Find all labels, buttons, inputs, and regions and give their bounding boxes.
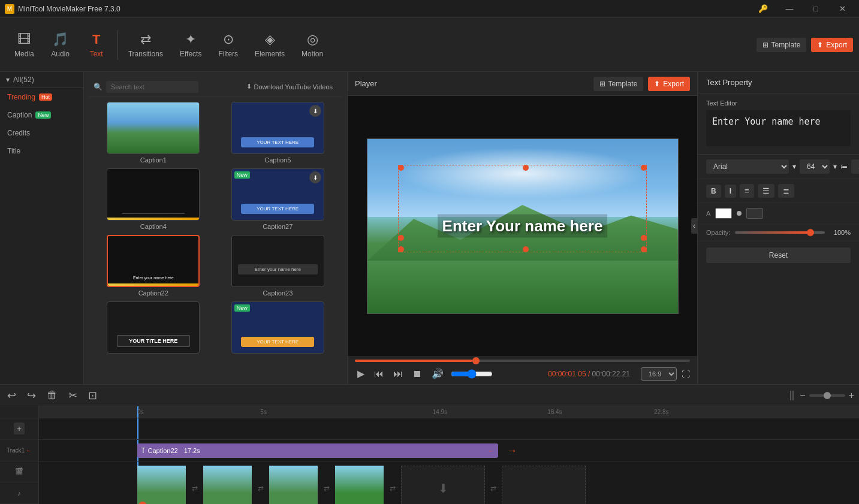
corner-handle-br[interactable] [641, 246, 647, 252]
zoom-minus-button[interactable]: − [800, 390, 805, 401]
crop-button[interactable]: ⊡ [86, 387, 100, 405]
transition-icon-5[interactable]: ⇄ [485, 466, 502, 504]
motion-icon: ◎ [307, 32, 318, 47]
video-clip-4[interactable] [335, 466, 384, 504]
toolbar-elements[interactable]: ◈ Elements [246, 23, 293, 67]
empty-slot-1[interactable]: ⬇ [401, 466, 485, 504]
aspect-ratio-select[interactable]: 16:9 9:16 4:3 1:1 [641, 367, 677, 381]
reset-button[interactable]: Reset [706, 248, 851, 263]
text-editor-input[interactable]: Enter Your name here [706, 110, 851, 146]
template-name-caption27: Caption27 [263, 223, 293, 230]
background-color-swatch[interactable] [746, 208, 763, 219]
color-row: A [698, 203, 859, 224]
corner-handle-bm[interactable] [523, 246, 529, 252]
template-card-caption27[interactable]: New YOUR TEXT HERE ⬇ Caption27 [218, 168, 338, 230]
maximize-button[interactable]: □ [804, 0, 828, 18]
templates-area: 🔍 ⬇ Download YouTube Videos Caption1 [84, 72, 347, 384]
bold-button[interactable]: B [706, 185, 721, 198]
video-clip-3[interactable] [269, 466, 318, 504]
skip-back-button[interactable]: ⏮ [372, 367, 386, 381]
corner-handle-ml[interactable] [398, 235, 404, 241]
download-icon: ⬇ [246, 83, 252, 90]
all-count-item[interactable]: ▾ All(52) [0, 72, 83, 88]
player-timeline-slider[interactable] [355, 360, 690, 362]
add-track-button[interactable]: + [14, 422, 25, 434]
volume-slider[interactable] [451, 369, 493, 379]
align-right-button[interactable]: ≣ [778, 184, 794, 198]
caption-label: Caption [7, 111, 32, 119]
align-left-button[interactable]: ≡ [740, 184, 754, 198]
caption-badge: New [35, 111, 51, 119]
text-property-title: Text Property [706, 78, 752, 87]
video-clip-1[interactable]: ✕ [137, 466, 186, 504]
template-card-lower2[interactable]: New YOUR TEXT HERE [218, 301, 338, 356]
empty-slot-2[interactable] [502, 466, 586, 504]
close-button[interactable]: ✕ [830, 0, 854, 18]
corner-handle-tm[interactable] [523, 165, 529, 171]
template-header-button[interactable]: ⊞ Template [593, 77, 644, 91]
template-card-lower1[interactable]: YOUR TITLE HERE [94, 301, 213, 356]
transition-icon-3[interactable]: ⇄ [318, 466, 335, 504]
stop-button[interactable]: ⏹ [410, 367, 424, 381]
toolbar-filters[interactable]: ⊙ Filters [210, 23, 246, 67]
caption-clip[interactable]: T Caption22 17.2s ← [137, 443, 498, 458]
list-type-select[interactable]: 1 • [851, 159, 859, 174]
italic-button[interactable]: I [725, 185, 736, 198]
toolbar-effects[interactable]: ✦ Effects [171, 23, 210, 67]
template-button[interactable]: ⊞ Template [756, 38, 807, 52]
corner-handle-mr[interactable] [641, 235, 647, 241]
volume-button[interactable]: 🔊 [429, 367, 446, 381]
track-label-audio: ♪ [0, 482, 38, 504]
toolbar-media[interactable]: 🎞 Media [6, 23, 43, 67]
player-timeline-thumb[interactable] [472, 357, 480, 364]
text-color-swatch[interactable] [715, 208, 732, 219]
minimize-button[interactable]: — [777, 0, 801, 18]
play-button[interactable]: ▶ [355, 367, 367, 381]
template-card-caption22[interactable]: Enter your name here Caption22 [94, 235, 213, 297]
undo-button[interactable]: ↩ [5, 387, 19, 405]
redo-button[interactable]: ↪ [25, 387, 38, 405]
corner-handle-bl[interactable] [398, 246, 404, 252]
font-family-select[interactable]: Arial Times New Roman Helvetica [706, 159, 789, 174]
toolbar-transitions[interactable]: ⇄ Transitions [120, 23, 171, 67]
template-card-caption4[interactable]: ——————————————— Caption4 [94, 168, 213, 230]
video-clip-2[interactable] [203, 466, 252, 504]
toolbar-audio[interactable]: 🎵 Audio [43, 23, 79, 67]
zoom-slider[interactable] [809, 394, 845, 397]
export-icon: ⬆ [817, 41, 823, 49]
sidebar-item-title[interactable]: Title [0, 142, 83, 160]
template-card-caption23[interactable]: Enter your name here Caption23 [218, 235, 338, 297]
list-icon: ≔ [840, 162, 848, 171]
skip-forward-button[interactable]: ⏭ [391, 367, 405, 381]
zoom-plus-button[interactable]: + [849, 390, 854, 401]
transition-icon-4[interactable]: ⇄ [384, 466, 401, 504]
font-size-select[interactable]: 64 32 48 72 96 [800, 159, 830, 174]
transition-icon-2[interactable]: ⇄ [252, 466, 269, 504]
sidebar-item-caption[interactable]: Caption New [0, 106, 83, 124]
search-input[interactable] [106, 81, 198, 93]
zoom-thumb[interactable] [824, 392, 831, 399]
export-button[interactable]: ⬆ Export [811, 38, 853, 52]
sidebar-item-credits[interactable]: Credits [0, 124, 83, 142]
download-youtube-button[interactable]: ⬇ Download YouTube Videos [242, 80, 338, 93]
ruler-spacer [0, 406, 38, 418]
template-thumb-lower1: YOUR TITLE HERE [107, 301, 200, 354]
template-card-caption5[interactable]: YOUR TEXT HERE ⬇ Caption5 [218, 102, 338, 164]
export-header-button[interactable]: ⬆ Export [648, 77, 690, 91]
transition-icon-1[interactable]: ⇄ [186, 466, 203, 504]
corner-handle-tr[interactable] [641, 165, 647, 171]
left-panel: ▾ All(52) Trending Hot Caption New Credi… [0, 72, 348, 384]
text-editor-section: Text Editor Enter Your name here [698, 93, 859, 155]
fullscreen-button[interactable]: ⛶ [682, 369, 690, 379]
key-button[interactable]: 🔑 [751, 0, 775, 18]
toolbar-motion[interactable]: ◎ Motion [293, 23, 331, 67]
align-center-button[interactable]: ☰ [758, 184, 774, 198]
template-card-caption1[interactable]: Caption1 [94, 102, 213, 164]
cut-button[interactable]: ✂ [66, 387, 80, 405]
collapse-panel-button[interactable]: ‹ [691, 218, 697, 234]
delete-button[interactable]: 🗑 [44, 387, 60, 404]
toolbar-text[interactable]: T Text [79, 23, 114, 67]
sidebar-item-trending[interactable]: Trending Hot [0, 88, 83, 106]
opacity-thumb[interactable] [807, 229, 814, 236]
opacity-slider[interactable] [735, 231, 825, 234]
